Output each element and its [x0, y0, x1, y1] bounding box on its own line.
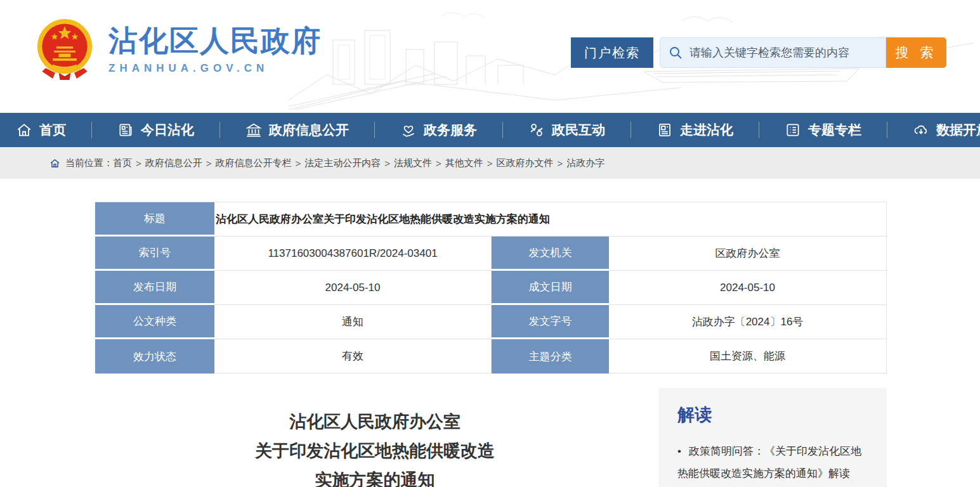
nav-item-open-data[interactable]: 数据开放	[913, 121, 980, 139]
interpretation-link[interactable]: •政策简明问答：《关于印发沾化区地热能供暖改造实施方案的通知》解读	[677, 440, 868, 484]
nav-label: 政府信息公开	[269, 121, 349, 139]
document-title: 沾化区人民政府办公室 关于印发沾化区地热能供暖改造 实施方案的通知	[95, 407, 655, 487]
breadcrumb-item-regulations[interactable]: 法规文件	[394, 157, 432, 169]
nav-item-home[interactable]: 首页	[16, 121, 66, 139]
search-input[interactable]	[689, 46, 878, 60]
meta-value-topic-category: 国土资源、能源	[609, 339, 887, 373]
search-button[interactable]: 搜 索	[886, 37, 946, 68]
breadcrumb-item-district-office-files[interactable]: 区政府办文件	[497, 157, 554, 169]
interaction-icon	[528, 122, 545, 138]
meta-label-index-number: 索引号	[95, 237, 214, 271]
nav-separator	[374, 122, 375, 138]
breadcrumb-separator: >	[206, 158, 212, 169]
nav-separator	[759, 122, 759, 138]
nav-label: 专题专栏	[808, 121, 861, 139]
meta-label-title: 标题	[95, 202, 214, 237]
breadcrumb-separator: >	[436, 158, 441, 169]
breadcrumb-item-zhanzhengbanzi[interactable]: 沾政办字	[566, 157, 604, 169]
nav-item-special-topics[interactable]: 专题专栏	[785, 121, 861, 139]
breadcrumb-item-other-files[interactable]: 其他文件	[445, 157, 483, 169]
nav-item-today-zhanhua[interactable]: 今日沾化	[117, 121, 194, 139]
nav-item-about-zhanhua[interactable]: 走进沾化	[657, 121, 733, 139]
search-icon	[668, 45, 683, 60]
document-title-line1: 沾化区人民政府办公室	[95, 407, 655, 436]
interpretation-link-text: 政策简明问答：《关于印发沾化区地热能供暖改造实施方案的通知》解读	[677, 445, 861, 479]
meta-label-document-type: 公文种类	[95, 305, 214, 339]
breadcrumb-item-statutory-disclosure[interactable]: 法定主动公开内容	[304, 157, 381, 169]
nav-label: 政民互动	[552, 121, 605, 139]
breadcrumb-prefix: 当前位置：	[65, 157, 113, 169]
meta-value-document-type: 通知	[214, 305, 492, 339]
site-name: 沾化区人民政府	[108, 24, 322, 57]
document-icon	[657, 122, 673, 138]
meta-label-issuing-agency: 发文机关	[492, 237, 609, 271]
meta-label-written-date: 成文日期	[492, 271, 609, 305]
site-domain: ZHANHUA.GOV.CN	[108, 62, 322, 75]
meta-label-topic-category: 主题分类	[492, 339, 609, 373]
breadcrumb-separator: >	[296, 158, 301, 169]
nav-label: 政务服务	[424, 121, 477, 139]
nav-label: 数据开放	[936, 121, 980, 139]
nav-separator	[219, 122, 220, 138]
nav-label: 走进沾化	[680, 121, 733, 139]
meta-value-index-number: 11371603004387601R/2024-03401	[214, 237, 492, 271]
breadcrumb-item-home[interactable]: 首页	[113, 157, 132, 169]
meta-value-written-date: 2024-05-10	[609, 271, 887, 305]
meta-value-publish-date: 2024-05-10	[214, 271, 492, 305]
meta-label-validity-status: 效力状态	[95, 339, 214, 373]
nav-separator	[887, 122, 887, 138]
home-icon	[16, 122, 32, 138]
meta-label-publish-date: 发布日期	[95, 271, 214, 305]
site-logo[interactable]: 沾化区人民政府 ZHANHUA.GOV.CN	[35, 18, 322, 81]
breadcrumb-item-gov-info[interactable]: 政府信息公开	[145, 157, 202, 169]
breadcrumb-separator: >	[136, 158, 141, 169]
document-meta-table: 标题 沾化区人民政府办公室关于印发沾化区地热能供暖改造实施方案的通知 索引号 1…	[95, 202, 887, 373]
document-title-line3: 实施方案的通知	[95, 465, 655, 487]
national-emblem-icon	[35, 18, 95, 81]
site-header: 沾化区人民政府 ZHANHUA.GOV.CN 门户检索 搜 索	[0, 0, 980, 113]
breadcrumb-item-gov-info-column[interactable]: 政府信息公开专栏	[216, 157, 292, 169]
interpretation-heading: 解读	[677, 403, 868, 426]
breadcrumb-separator: >	[487, 158, 493, 169]
portal-search-button[interactable]: 门户检索	[571, 37, 653, 68]
main-content: 标题 沾化区人民政府办公室关于印发沾化区地热能供暖改造实施方案的通知 索引号 1…	[0, 179, 980, 487]
news-icon	[117, 122, 134, 138]
meta-value-validity-status: 有效	[214, 339, 492, 373]
breadcrumb-separator: >	[558, 158, 563, 169]
meta-value-document-number: 沾政办字〔2024〕16号	[609, 305, 887, 339]
breadcrumb-separator: >	[384, 158, 390, 169]
nav-label: 首页	[39, 121, 66, 139]
nav-separator	[502, 122, 503, 138]
nav-item-gov-services[interactable]: 政务服务	[400, 121, 477, 139]
nav-label: 今日沾化	[141, 121, 194, 139]
topic-list-icon	[785, 122, 801, 138]
meta-value-issuing-agency: 区政府办公室	[609, 237, 887, 271]
cloud-download-icon	[913, 122, 929, 138]
nav-separator	[91, 122, 92, 138]
main-nav: 首页 今日沾化 政府信息公开 政务服务	[0, 113, 980, 147]
bank-icon	[245, 122, 262, 138]
nav-item-public-interaction[interactable]: 政民互动	[528, 121, 605, 139]
nav-separator	[630, 122, 631, 138]
home-small-icon	[49, 158, 60, 169]
service-heart-icon	[400, 122, 417, 138]
meta-label-document-number: 发文字号	[492, 305, 609, 339]
nav-item-gov-info[interactable]: 政府信息公开	[245, 121, 349, 139]
bullet-icon: •	[677, 445, 681, 457]
search-box	[660, 37, 886, 68]
breadcrumb: 当前位置： 首页 > 政府信息公开 > 政府信息公开专栏 > 法定主动公开内容 …	[0, 147, 980, 179]
document-title-line2: 关于印发沾化区地热能供暖改造	[95, 436, 655, 465]
meta-value-title: 沾化区人民政府办公室关于印发沾化区地热能供暖改造实施方案的通知	[214, 202, 887, 237]
interpretation-panel: 解读 •政策简明问答：《关于印发沾化区地热能供暖改造实施方案的通知》解读	[658, 388, 887, 487]
site-titles: 沾化区人民政府 ZHANHUA.GOV.CN	[108, 24, 322, 75]
